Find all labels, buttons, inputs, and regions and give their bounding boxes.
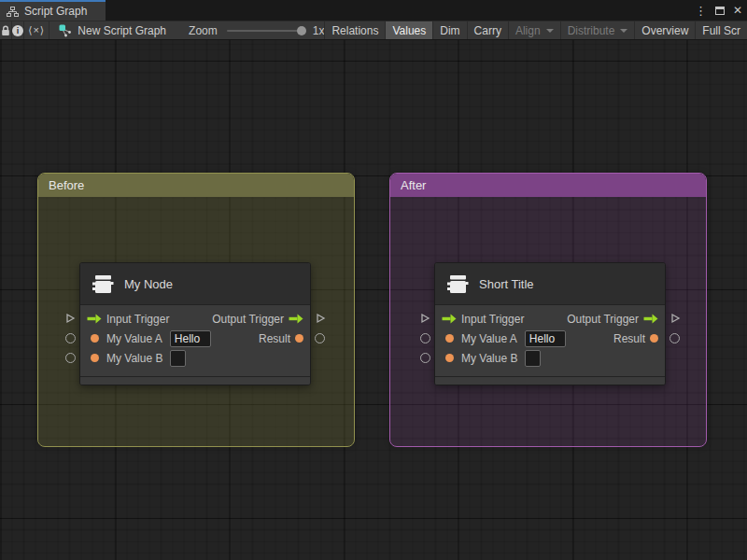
group-after-header[interactable]: After (390, 174, 706, 197)
group-before-title: Before (49, 178, 84, 192)
zoom-slider-knob[interactable] (297, 26, 306, 35)
node-footer (435, 376, 665, 385)
flow-arrow-icon[interactable] (643, 314, 658, 324)
align-dropdown: Align (508, 21, 560, 39)
port-row-triggers: Input Trigger Output Trigger (80, 309, 310, 329)
chevron-down-icon (620, 29, 627, 33)
chevron-down-icon (546, 29, 554, 33)
lock-button[interactable] (0, 21, 12, 39)
tab-script-graph[interactable]: Script Graph (0, 0, 106, 21)
node-header[interactable]: My Node (80, 263, 310, 305)
distribute-dropdown: Distribute (560, 21, 635, 39)
value-a-label: My Value A (106, 332, 162, 345)
zoom-label: Zoom (189, 24, 218, 37)
node-body: Input Trigger Output Trigger My Value A (80, 305, 310, 376)
node-body: Input Trigger Output Trigger My Value A (435, 305, 665, 376)
output-trigger-label: Output Trigger (567, 313, 639, 326)
input-trigger-label: Input Trigger (461, 313, 524, 326)
kebab-menu-icon[interactable]: ⋮ (695, 5, 707, 17)
flow-output-port[interactable] (315, 313, 326, 324)
port-row-value-b: My Value B (435, 348, 665, 368)
unit-node-icon (445, 272, 470, 296)
relations-button[interactable]: Relations (324, 21, 385, 39)
values-button[interactable]: Values (385, 21, 432, 39)
info-button[interactable] (12, 21, 24, 39)
value-b-port[interactable] (420, 353, 430, 363)
info-icon (12, 25, 23, 36)
new-script-graph-label: New Script Graph (78, 24, 166, 37)
value-port-icon[interactable] (295, 334, 303, 343)
value-b-input[interactable] (170, 350, 186, 367)
node-title: Short Title (479, 277, 534, 291)
value-port-icon[interactable] (91, 334, 99, 343)
fullscreen-button[interactable]: Full Scr (695, 21, 747, 39)
carry-button[interactable]: Carry (467, 21, 508, 39)
flow-arrow-icon[interactable] (87, 314, 102, 324)
zoom-value: 1x (313, 24, 325, 37)
input-trigger-label: Input Trigger (106, 313, 169, 326)
value-a-port[interactable] (65, 333, 76, 343)
node-short-title: Short Title Input Trigger Output Trigger (434, 262, 666, 385)
graph-canvas[interactable]: Before After (0, 40, 747, 560)
lock-icon (0, 24, 11, 37)
code-preview-button[interactable]: ⟨×⟩ (24, 21, 49, 39)
value-port-icon[interactable] (445, 354, 454, 362)
value-a-input[interactable] (525, 330, 566, 347)
output-trigger-label: Output Trigger (212, 313, 284, 326)
result-label: Result (613, 332, 645, 345)
unit-node-icon (91, 272, 115, 296)
new-script-graph-button[interactable]: New Script Graph (59, 21, 166, 39)
tab-title: Script Graph (24, 5, 87, 18)
value-port-icon[interactable] (445, 334, 454, 343)
flow-input-port[interactable] (64, 313, 76, 324)
overview-button[interactable]: Overview (634, 21, 695, 39)
value-b-label: My Value B (461, 352, 517, 365)
value-a-input[interactable] (170, 330, 211, 347)
zoom-control: Zoom 1x (189, 21, 324, 39)
port-row-value-a: My Value A Result (80, 329, 310, 348)
code-icon: ⟨×⟩ (28, 24, 45, 36)
result-port[interactable] (669, 333, 680, 343)
node-footer (80, 376, 310, 385)
value-a-port[interactable] (420, 333, 430, 343)
value-a-label: My Value A (461, 332, 517, 345)
value-port-icon[interactable] (650, 334, 658, 343)
maximize-icon[interactable] (715, 7, 725, 15)
value-b-input[interactable] (525, 350, 541, 367)
script-graph-tab-icon (7, 7, 19, 17)
flow-input-port[interactable] (419, 313, 430, 324)
node-my-node: My Node Input Trigger Output Trigger (79, 262, 311, 385)
node-box[interactable]: Short Title Input Trigger Output Trigger (434, 262, 666, 385)
value-b-port[interactable] (65, 353, 76, 363)
dim-button[interactable]: Dim (432, 21, 466, 39)
flow-arrow-icon[interactable] (289, 314, 303, 324)
result-label: Result (259, 332, 290, 345)
group-before-header[interactable]: Before (38, 174, 354, 197)
graph-asset-icon (59, 24, 72, 37)
tab-strip: Script Graph ⋮ ✕ (0, 0, 747, 21)
result-port[interactable] (315, 333, 325, 343)
value-b-label: My Value B (106, 352, 162, 365)
script-graph-window: Script Graph ⋮ ✕ ⟨×⟩ (0, 0, 747, 560)
flow-arrow-icon[interactable] (442, 314, 457, 324)
window-controls: ⋮ ✕ (695, 0, 742, 21)
toolbar-toggle-group: Relations Values Dim Carry Align Distrib… (324, 21, 747, 39)
node-box[interactable]: My Node Input Trigger Output Trigger (79, 262, 311, 385)
group-after-title: After (401, 178, 426, 192)
node-title: My Node (124, 277, 173, 291)
node-header[interactable]: Short Title (435, 263, 665, 305)
port-row-value-a: My Value A Result (435, 329, 665, 348)
flow-output-port[interactable] (669, 313, 681, 324)
port-row-value-b: My Value B (80, 348, 310, 368)
port-row-triggers: Input Trigger Output Trigger (435, 309, 665, 329)
close-icon[interactable]: ✕ (733, 5, 742, 16)
zoom-slider[interactable] (227, 30, 302, 32)
value-port-icon[interactable] (91, 354, 99, 362)
graph-toolbar: ⟨×⟩ New Script Graph Zoom 1x Relations V… (0, 21, 747, 40)
